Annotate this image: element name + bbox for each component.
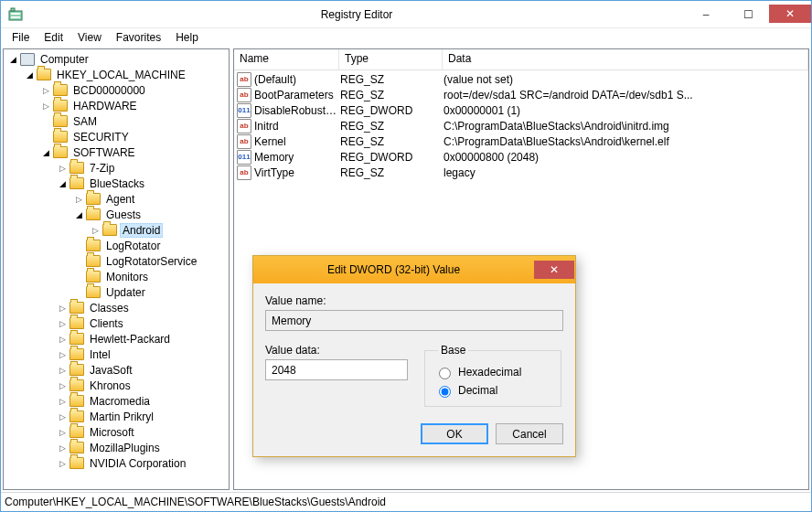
tree-item-bluestacks[interactable]: ◢BlueStacks	[4, 176, 229, 191]
folder-icon	[53, 100, 68, 112]
tree-item-mozilla[interactable]: ▷MozillaPlugins	[4, 440, 229, 455]
maximize-button[interactable]: ☐	[727, 5, 769, 25]
tree-pane[interactable]: ◢Computer◢HKEY_LOCAL_MACHINE▷BCD00000000…	[3, 48, 230, 490]
expander-icon[interactable]: ▷	[57, 443, 68, 453]
expander-icon[interactable]: ▷	[40, 101, 51, 112]
folder-icon	[69, 411, 84, 422]
tree-item-root[interactable]: ◢Computer	[4, 51, 229, 67]
tree-label: Martin Prikryl	[87, 410, 156, 424]
tree-item-hklm[interactable]: ◢HKEY_LOCAL_MACHINE	[4, 67, 229, 82]
tree-item-hp[interactable]: ▷Hewlett-Packard	[4, 331, 229, 347]
expander-icon[interactable]: ▷	[57, 411, 68, 422]
dialog-titlebar[interactable]: Edit DWORD (32-bit) Value ✕	[253, 256, 575, 283]
expander-icon[interactable]: ▷	[73, 194, 84, 205]
menu-file[interactable]: File	[5, 29, 37, 46]
radio-dec-input[interactable]	[439, 386, 451, 398]
expander-icon[interactable]: ◢	[73, 209, 84, 220]
col-header-data[interactable]: Data	[443, 49, 808, 69]
expander-icon[interactable]: ▷	[57, 396, 68, 407]
tree-item-classes[interactable]: ▷Classes	[4, 300, 229, 315]
expander-icon[interactable]: ▷	[57, 163, 68, 174]
list-row[interactable]: abBootParametersREG_SZroot=/dev/sda1 SRC…	[234, 87, 808, 102]
tree-item-logrotator[interactable]: LogRotator	[4, 238, 229, 253]
tree-item-updater[interactable]: Updater	[4, 284, 229, 300]
expander-icon[interactable]: ◢	[24, 69, 35, 80]
minimize-button[interactable]: –	[685, 5, 727, 25]
tree-item-intel[interactable]: ▷Intel	[4, 347, 229, 362]
list-pane[interactable]: Name Type Data ab(Default)REG_SZ(value n…	[233, 48, 809, 490]
list-row[interactable]: abInitrdREG_SZC:\ProgramData\BlueStacks\…	[234, 118, 808, 133]
dword-value-icon: 011	[237, 150, 251, 165]
statusbar: Computer\HKEY_LOCAL_MACHINE\SOFTWARE\Blu…	[1, 492, 811, 511]
tree-item-software[interactable]: ◢SOFTWARE	[4, 144, 229, 160]
cell-data: 0x00000800 (2048)	[443, 151, 808, 164]
menu-favorites[interactable]: Favorites	[109, 29, 168, 46]
tree-item-agent[interactable]: ▷Agent	[4, 191, 229, 207]
tree-item-sam[interactable]: SAM	[4, 113, 229, 129]
folder-icon	[69, 426, 84, 438]
svg-rect-2	[11, 13, 20, 15]
tree-item-clients[interactable]: ▷Clients	[4, 315, 229, 331]
ok-button[interactable]: OK	[421, 423, 488, 444]
folder-icon	[86, 193, 101, 205]
expander-icon[interactable]: ▷	[57, 318, 68, 329]
menu-edit[interactable]: Edit	[37, 29, 70, 46]
tree-item-sevenzip[interactable]: ▷7-Zip	[4, 160, 229, 176]
tree-item-macromedia[interactable]: ▷Macromedia	[4, 393, 229, 409]
tree-item-nvidia[interactable]: ▷NVIDIA Corporation	[4, 455, 229, 471]
tree-label: LogRotatorService	[103, 254, 199, 269]
expander-icon[interactable]: ▷	[57, 458, 68, 469]
list-row[interactable]: 011DisableRobustn...REG_DWORD0x00000001 …	[234, 102, 808, 118]
expander-icon[interactable]: ▷	[57, 334, 68, 345]
list-row[interactable]: abVirtTypeREG_SZlegacy	[234, 165, 808, 180]
expander-icon[interactable]: ▷	[90, 225, 101, 236]
tree-label: Microsoft	[87, 425, 137, 440]
tree-item-security[interactable]: SECURITY	[4, 129, 229, 144]
list-row[interactable]: ab(Default)REG_SZ(value not set)	[234, 71, 808, 87]
dialog-close-button[interactable]: ✕	[534, 261, 574, 279]
expander-icon[interactable]: ◢	[40, 147, 51, 158]
tree-item-martin[interactable]: ▷Martin Prikryl	[4, 409, 229, 424]
tree-label: Monitors	[103, 270, 151, 284]
folder-icon	[69, 162, 84, 174]
expander-icon[interactable]: ▷	[40, 85, 51, 96]
col-header-type[interactable]: Type	[339, 49, 443, 69]
menu-help[interactable]: Help	[168, 29, 206, 46]
tree-item-javasoft[interactable]: ▷JavaSoft	[4, 362, 229, 378]
radio-dec[interactable]: Decimal	[434, 382, 551, 399]
value-data-input[interactable]	[265, 359, 408, 380]
expander-icon[interactable]: ◢	[7, 54, 18, 65]
titlebar[interactable]: Registry Editor – ☐ ✕	[1, 1, 811, 28]
expander-icon[interactable]: ▷	[57, 380, 68, 391]
folder-icon	[69, 177, 84, 189]
list-row[interactable]: 011MemoryREG_DWORD0x00000800 (2048)	[234, 149, 808, 165]
folder-icon	[86, 208, 101, 220]
expander-icon[interactable]: ◢	[57, 178, 68, 189]
tree-item-khronos[interactable]: ▷Khronos	[4, 378, 229, 393]
cancel-button[interactable]: Cancel	[496, 423, 563, 444]
tree-item-hardware[interactable]: ▷HARDWARE	[4, 98, 229, 113]
expander-icon[interactable]: ▷	[57, 303, 68, 314]
cell-data: legacy	[443, 166, 808, 179]
string-value-icon: ab	[237, 165, 251, 180]
svg-rect-3	[11, 16, 20, 18]
expander-icon[interactable]: ▷	[57, 349, 68, 360]
folder-icon	[69, 379, 84, 391]
expander-icon	[40, 132, 51, 143]
tree-item-bcd[interactable]: ▷BCD00000000	[4, 82, 229, 98]
list-row[interactable]: abKernelREG_SZC:\ProgramData\BlueStacks\…	[234, 133, 808, 149]
tree-item-logrotatorservice[interactable]: LogRotatorService	[4, 253, 229, 269]
col-header-name[interactable]: Name	[234, 49, 339, 69]
tree-item-monitors[interactable]: Monitors	[4, 269, 229, 284]
menu-view[interactable]: View	[70, 29, 109, 46]
expander-icon[interactable]: ▷	[57, 427, 68, 438]
close-button[interactable]: ✕	[769, 5, 811, 23]
expander-icon[interactable]: ▷	[57, 365, 68, 376]
value-name-input[interactable]	[265, 310, 563, 331]
cell-data: 0x00000001 (1)	[443, 104, 808, 117]
tree-item-guests[interactable]: ◢Guests	[4, 207, 229, 222]
radio-hex-input[interactable]	[439, 368, 451, 379]
tree-item-android[interactable]: ▷Android	[4, 222, 229, 238]
tree-item-microsoft[interactable]: ▷Microsoft	[4, 424, 229, 440]
radio-hex[interactable]: Hexadecimal	[434, 364, 551, 380]
